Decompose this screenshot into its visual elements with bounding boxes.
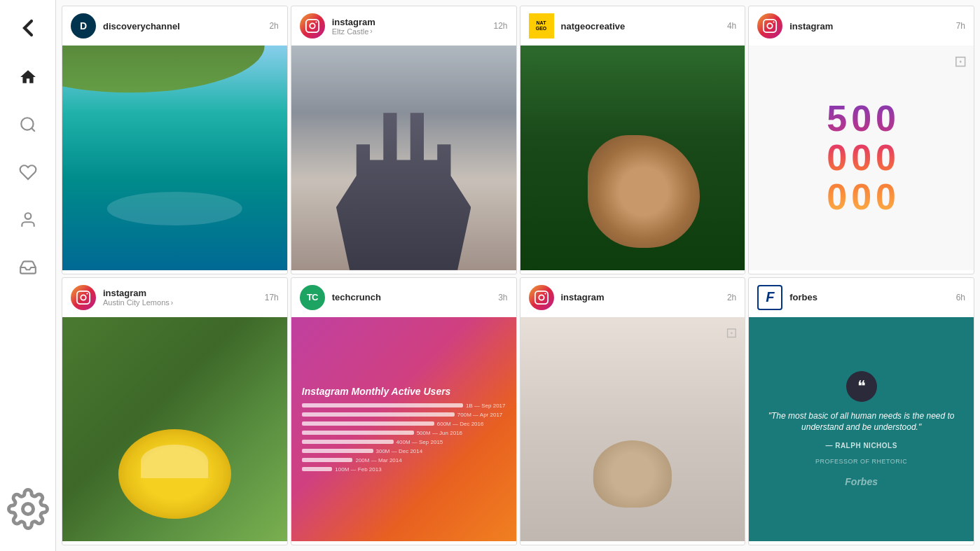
post-card: F forbes 6h ❝ "The most basic of all hum… bbox=[748, 277, 974, 546]
avatar bbox=[529, 285, 554, 310]
post-actions: ♡ 💬 ↗ ••• bbox=[291, 541, 516, 545]
svg-point-8 bbox=[768, 23, 773, 28]
svg-point-9 bbox=[773, 21, 775, 22]
svg-point-15 bbox=[544, 293, 546, 294]
digit-0: 0 bbox=[851, 139, 871, 176]
sidebar-item-search[interactable] bbox=[7, 104, 49, 146]
heart-icon bbox=[19, 163, 37, 181]
avatar: D bbox=[71, 13, 96, 39]
feed: D discoverychannel 2h ♡ 💬 ↗ ♥ 15K 💬 46 •… bbox=[56, 0, 980, 551]
post-actions: ♡ 💬 ↗ ••• bbox=[520, 541, 745, 545]
digit-0: 0 bbox=[876, 100, 896, 137]
home-icon bbox=[19, 68, 37, 86]
svg-point-0 bbox=[21, 118, 33, 130]
digit-0: 0 bbox=[876, 179, 896, 215]
post-info: forbes bbox=[789, 292, 948, 302]
sidebar-nav bbox=[7, 56, 49, 488]
500m-row2: 0 0 0 bbox=[827, 139, 896, 176]
forbes-author-title: PROFESSOR OF RHETORIC bbox=[815, 458, 907, 465]
sidebar-item-home[interactable] bbox=[7, 56, 49, 98]
sidebar-item-profile[interactable] bbox=[7, 199, 49, 241]
post-info: instagram bbox=[789, 21, 948, 32]
avatar: TC bbox=[300, 285, 325, 310]
post-username: instagram bbox=[561, 292, 720, 302]
post-username: instagram bbox=[332, 17, 487, 27]
post-header: TC techcrunch 3h bbox=[291, 278, 516, 317]
avatar: NATGEO bbox=[529, 13, 554, 39]
post-card: NATGEO natgeocreative 4h ♡ 💬 ↗ ♥ 38K 💬 1… bbox=[520, 6, 746, 274]
post-actions: ♡ 💬 ↗ ♥ 1M 💬 5,927 ••• bbox=[291, 270, 516, 274]
post-info: discoverychannel bbox=[103, 21, 262, 32]
inbox-icon bbox=[19, 258, 37, 277]
post-username: techcrunch bbox=[332, 292, 491, 302]
svg-point-6 bbox=[315, 21, 317, 22]
post-username: instagram bbox=[103, 288, 258, 298]
post-header: D discoverychannel 2h bbox=[62, 6, 287, 46]
digit-0: 0 bbox=[851, 179, 871, 215]
post-image bbox=[62, 46, 287, 270]
post-header: instagram 7h bbox=[749, 6, 974, 46]
post-image bbox=[62, 317, 287, 542]
post-image bbox=[291, 46, 516, 270]
post-image: ⊡ 5 0 0 0 0 0 0 0 0 bbox=[749, 46, 974, 270]
post-image: ❝ "The most basic of all human needs is … bbox=[749, 317, 974, 542]
svg-line-1 bbox=[32, 128, 35, 132]
settings-button[interactable] bbox=[7, 488, 49, 530]
post-time: 6h bbox=[956, 293, 965, 302]
post-header: instagram Eltz Castle › 12h bbox=[291, 6, 516, 46]
500m-row3: 0 0 0 bbox=[827, 179, 896, 215]
digit-0: 0 bbox=[876, 139, 896, 176]
svg-rect-4 bbox=[306, 20, 319, 32]
forbes-author: — RALPH NICHOLS bbox=[825, 442, 897, 449]
gear-icon bbox=[7, 488, 49, 530]
post-time: 2h bbox=[727, 293, 736, 302]
post-info: techcrunch bbox=[332, 292, 491, 302]
post-time: 12h bbox=[493, 21, 507, 31]
post-image bbox=[520, 46, 745, 270]
search-icon bbox=[19, 116, 37, 134]
sidebar bbox=[0, 0, 56, 551]
svg-rect-10 bbox=[77, 291, 90, 303]
person-icon bbox=[19, 211, 37, 229]
post-info: natgeocreative bbox=[561, 21, 720, 32]
post-subtitle[interactable]: Eltz Castle › bbox=[332, 27, 487, 36]
digit-0: 0 bbox=[827, 139, 847, 176]
post-actions: ♡ 💬 ↗ ♥ 448K 💬 3,883 ••• bbox=[749, 270, 974, 274]
post-image: ⊡ bbox=[520, 317, 745, 542]
post-header: F forbes 6h bbox=[749, 278, 974, 317]
svg-rect-13 bbox=[534, 291, 547, 303]
sidebar-item-inbox[interactable] bbox=[7, 246, 49, 288]
post-info: instagram bbox=[561, 292, 720, 302]
svg-point-14 bbox=[539, 295, 544, 300]
post-username: instagram bbox=[789, 21, 948, 32]
post-time: 7h bbox=[956, 21, 965, 31]
post-card: D discoverychannel 2h ♡ 💬 ↗ ♥ 15K 💬 46 •… bbox=[62, 6, 288, 274]
post-card: instagram Austin City Lemons › 17h ♡ 💬 ↗… bbox=[62, 277, 288, 546]
digit-0: 0 bbox=[851, 100, 871, 137]
post-info: instagram Eltz Castle › bbox=[332, 17, 487, 36]
post-card: instagram Eltz Castle › 12h ♡ 💬 ↗ ♥ 1M 💬… bbox=[291, 6, 517, 274]
avatar bbox=[300, 13, 325, 39]
post-subtitle[interactable]: Austin City Lemons › bbox=[103, 298, 258, 307]
post-actions: ♡ 💬 ↗ ••• bbox=[749, 541, 974, 545]
svg-point-11 bbox=[81, 295, 85, 300]
camera-overlay-icon: ⊡ bbox=[954, 53, 967, 71]
svg-point-3 bbox=[22, 504, 33, 515]
post-actions: ♡ 💬 ↗ ••• bbox=[62, 541, 287, 545]
digit-5: 5 bbox=[827, 100, 847, 137]
chevron-icon: › bbox=[171, 299, 173, 307]
post-header: instagram 2h bbox=[520, 278, 745, 317]
back-button[interactable] bbox=[14, 14, 42, 42]
sidebar-item-heart[interactable] bbox=[7, 151, 49, 193]
tc-bars: 1B — Sep 2017 700M — Apr 2017 600M — Dec… bbox=[302, 403, 506, 473]
post-card: instagram 7h ⊡ 5 0 0 0 0 0 0 0 0 ♡ bbox=[748, 6, 974, 274]
forbes-quote: "The most basic of all human needs is th… bbox=[760, 410, 962, 434]
avatar bbox=[71, 285, 96, 310]
svg-point-2 bbox=[25, 213, 31, 219]
avatar: F bbox=[757, 285, 782, 310]
post-info: instagram Austin City Lemons › bbox=[103, 288, 258, 307]
post-time: 2h bbox=[269, 21, 278, 31]
avatar bbox=[757, 13, 782, 39]
svg-point-5 bbox=[310, 23, 315, 28]
post-header: NATGEO natgeocreative 4h bbox=[520, 6, 745, 46]
